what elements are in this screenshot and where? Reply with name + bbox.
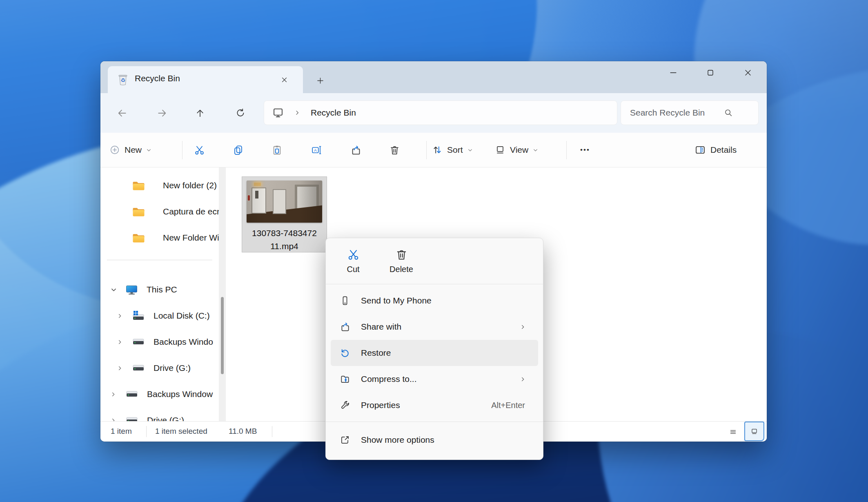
close-button[interactable] [736, 64, 760, 82]
delete-icon [395, 248, 408, 261]
sidebar-item-label: This PC [147, 285, 177, 295]
share-button[interactable] [346, 140, 365, 160]
menu-item-label: Properties [361, 400, 400, 410]
scrollbar-thumb[interactable] [221, 297, 224, 374]
new-label: New [125, 145, 142, 155]
sidebar-item-folder[interactable]: New folder (2) [100, 172, 219, 199]
search-placeholder: Search Recycle Bin [630, 108, 723, 118]
sidebar-scrollbar[interactable] [219, 167, 226, 421]
new-button[interactable]: New [109, 133, 151, 167]
monitor-icon [272, 107, 284, 118]
sidebar-item-label: New folder (2) [163, 181, 217, 190]
sidebar-item-folder[interactable]: New Folder With [100, 225, 219, 251]
minimize-button[interactable] [661, 64, 685, 82]
show-more-icon [340, 435, 350, 445]
folder-icon [132, 233, 145, 243]
menu-item-show-more-options[interactable]: Show more options [331, 427, 538, 453]
chevron-right-icon[interactable] [117, 339, 127, 345]
menu-item-label: Restore [361, 348, 391, 358]
sidebar-item-folder[interactable]: Captura de ecrã [100, 199, 219, 225]
menu-footer: Show more options [326, 422, 543, 460]
toolbar-separator [566, 141, 567, 159]
tab-bar: ♻ Recycle Bin [100, 61, 767, 93]
menu-item-label: Send to My Phone [361, 296, 432, 306]
rename-button[interactable]: A [307, 140, 326, 160]
chevron-down-icon [467, 147, 473, 153]
cut-button[interactable] [189, 140, 209, 160]
chevron-down-icon[interactable] [110, 286, 121, 293]
monitor-icon [126, 285, 138, 295]
sidebar-separator [107, 260, 212, 260]
menu-item-share-with[interactable]: Share with [331, 314, 538, 340]
phone-icon [340, 295, 350, 306]
video-thumbnail [247, 181, 322, 223]
new-tab-button[interactable] [310, 71, 330, 90]
menu-item-restore[interactable]: Restore [331, 340, 538, 366]
view-layout-icon [495, 145, 505, 155]
selection-count: 1 item selected [155, 427, 207, 436]
menu-item-label: Show more options [361, 435, 434, 445]
drive-icon [132, 364, 145, 372]
copy-button[interactable] [228, 140, 248, 160]
paste-button[interactable] [267, 140, 287, 160]
cut-menu-button[interactable]: Cut [336, 242, 370, 280]
sidebar-item-label: Drive (G:) [147, 415, 184, 421]
sort-button[interactable]: Sort [432, 133, 473, 167]
breadcrumb-chevron-icon [294, 110, 300, 116]
menu-item-properties[interactable]: Properties Alt+Enter [331, 392, 538, 418]
delete-label: Delete [389, 265, 413, 274]
details-pane-button[interactable]: Details [694, 133, 737, 167]
sidebar-item-local-disk-c[interactable]: Local Disk (C:) [100, 303, 219, 329]
context-menu: Cut Delete Send to My Phone Share with [325, 238, 543, 460]
forward-button[interactable] [153, 104, 171, 122]
item-count: 1 item [111, 427, 132, 436]
sidebar-item-drive-g[interactable]: Drive (G:) [100, 407, 219, 421]
view-button[interactable]: View [495, 133, 538, 167]
maximize-button[interactable] [698, 64, 723, 82]
navigation-bar: Recycle Bin Search Recycle Bin [100, 93, 767, 133]
search-input[interactable]: Search Recycle Bin [621, 100, 759, 125]
chevron-right-icon[interactable] [117, 365, 127, 371]
submenu-chevron-icon [520, 376, 526, 382]
sidebar-item-backups-drive[interactable]: Backups Window [100, 381, 219, 407]
chevron-down-icon [146, 147, 151, 153]
restore-icon [340, 348, 350, 358]
tab-close-button[interactable] [276, 72, 292, 87]
search-icon [724, 108, 733, 117]
chevron-right-icon[interactable] [117, 313, 127, 319]
delete-button[interactable] [385, 140, 404, 160]
large-thumbnails-view-button[interactable] [744, 422, 764, 441]
drive-windows-icon [132, 310, 145, 321]
file-item-selected[interactable]: 130783-7483472 11.mp4 [242, 176, 327, 252]
status-separator [146, 426, 147, 437]
sidebar-item-label: Drive (G:) [154, 363, 191, 373]
back-button[interactable] [113, 104, 131, 122]
folder-icon [132, 207, 145, 217]
sidebar-item-this-pc[interactable]: This PC [100, 277, 219, 303]
sidebar-item-label: Backups Windo [154, 337, 213, 347]
menu-item-compress-to[interactable]: Compress to... [331, 366, 538, 392]
file-name-line2: 11.mp4 [242, 240, 327, 253]
toolbar-separator [182, 141, 183, 159]
sidebar-item-backups-drive[interactable]: Backups Windo [100, 329, 219, 355]
chevron-right-icon[interactable] [110, 417, 121, 422]
sidebar-item-label: Local Disk (C:) [154, 311, 210, 321]
submenu-chevron-icon [520, 324, 526, 330]
menu-item-label: Compress to... [361, 374, 417, 384]
refresh-button[interactable] [231, 104, 249, 122]
more-options-button[interactable]: ••• [575, 140, 595, 160]
address-bar[interactable]: Recycle Bin [264, 100, 617, 125]
share-icon [340, 321, 350, 332]
tab-recycle-bin[interactable]: ♻ Recycle Bin [108, 66, 303, 93]
command-toolbar: New A Sort [100, 133, 767, 167]
drive-icon [132, 338, 145, 346]
delete-menu-button[interactable]: Delete [385, 242, 418, 280]
menu-item-send-to-my-phone[interactable]: Send to My Phone [331, 288, 538, 314]
details-view-button[interactable] [724, 423, 742, 441]
chevron-right-icon[interactable] [110, 391, 121, 397]
view-label: View [510, 145, 528, 155]
up-button[interactable] [191, 104, 209, 122]
sidebar-item-drive-g[interactable]: Drive (G:) [100, 355, 219, 381]
properties-icon [340, 400, 350, 411]
sort-arrows-icon [432, 145, 443, 155]
